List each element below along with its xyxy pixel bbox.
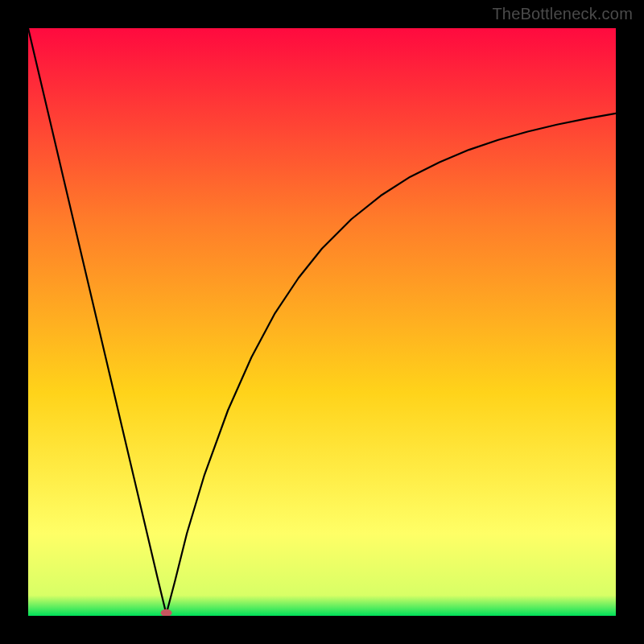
plot-area [28,28,616,616]
chart-canvas [28,28,616,616]
chart-frame: TheBottleneck.com [0,0,644,644]
watermark-label: TheBottleneck.com [492,5,633,23]
